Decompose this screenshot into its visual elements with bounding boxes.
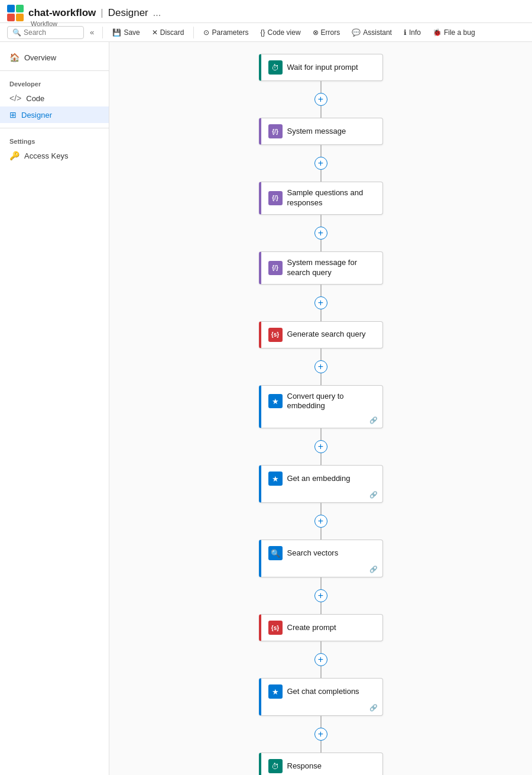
node-generate-search-container: {s} Generate search query	[259, 321, 383, 348]
connector-3: +	[314, 215, 327, 251]
node-response[interactable]: ⏱ Response	[259, 753, 383, 775]
line-4	[320, 285, 322, 296]
node-system-search[interactable]: {/} System message for search query	[259, 251, 383, 285]
node-convert-embedding[interactable]: ★ Convert query to embedding 🔗	[259, 385, 383, 429]
plus-6[interactable]: +	[314, 440, 327, 453]
workflow-diagram: ⏱ Wait for input prompt + {/} System mes…	[121, 54, 520, 775]
designer-icon: ⊞	[9, 110, 17, 120]
assistant-button[interactable]: 💬 Assistant	[347, 26, 397, 39]
plus-3[interactable]: +	[314, 227, 327, 240]
key-icon: 🔑	[9, 151, 20, 160]
node-sample-questions[interactable]: {/} Sample questions and responses	[259, 182, 383, 215]
bug-icon: 🐞	[433, 28, 442, 37]
node-system-search-container: {/} System message for search query	[259, 251, 383, 285]
line-9	[320, 641, 322, 653]
errors-icon: ⊗	[313, 28, 319, 37]
plus-4[interactable]: +	[314, 296, 327, 309]
node-wait-input-container: ⏱ Wait for input prompt	[259, 54, 383, 81]
connector-2: +	[314, 145, 327, 182]
discard-icon: ✕	[152, 28, 158, 37]
node-label-system: System message	[287, 127, 346, 137]
discard-button[interactable]: ✕ Discard	[147, 26, 189, 39]
sidebar-item-access-keys[interactable]: 🔑 Access Keys	[0, 147, 109, 164]
settings-category: Settings	[0, 133, 109, 147]
line-5b	[320, 373, 322, 385]
node-icon-get-chat: ★	[268, 684, 283, 699]
line-1	[320, 81, 322, 93]
connector-6: +	[314, 428, 327, 465]
sidebar-item-designer[interactable]: ⊞ Designer	[0, 106, 109, 123]
plus-8[interactable]: +	[314, 589, 327, 602]
line-2	[320, 145, 322, 157]
parameters-icon: ⊙	[203, 28, 209, 37]
plus-9[interactable]: +	[314, 653, 327, 666]
node-get-embedding[interactable]: ★ Get an embedding 🔗	[259, 465, 383, 503]
node-wait-input[interactable]: ⏱ Wait for input prompt	[259, 54, 383, 81]
node-generate-search[interactable]: {s} Generate search query	[259, 321, 383, 348]
node-search-vectors-container: 🔍 Search vectors 🔗	[259, 540, 383, 577]
overview-icon: 🏠	[9, 53, 20, 62]
collapse-button[interactable]: «	[86, 25, 98, 39]
node-response-container: ⏱ Response	[259, 753, 383, 775]
app-subtitle: Designer	[108, 7, 148, 19]
plus-7[interactable]: +	[314, 515, 327, 528]
separator-1	[102, 27, 103, 38]
plus-1[interactable]: +	[314, 93, 327, 106]
workflow-canvas: ⏱ Wait for input prompt + {/} System mes…	[109, 42, 532, 775]
connector-1: +	[314, 81, 327, 118]
sidebar-divider-2	[0, 128, 109, 128]
node-label-get-chat: Get chat completions	[287, 687, 359, 697]
plus-10[interactable]: +	[314, 728, 327, 741]
file-bug-button[interactable]: 🐞 File a bug	[428, 26, 480, 39]
line-8b	[320, 602, 322, 614]
node-system-message-container: {/} System message	[259, 118, 383, 145]
plus-5[interactable]: +	[314, 360, 327, 373]
app-title: chat-workflow	[28, 7, 96, 19]
node-icon-create-prompt: {s}	[268, 621, 283, 635]
line-7	[320, 503, 322, 515]
search-input[interactable]	[24, 28, 71, 37]
sidebar-item-overview[interactable]: 🏠 Overview	[0, 49, 109, 66]
line-2b	[320, 170, 322, 182]
link-icon-convert: 🔗	[369, 416, 378, 424]
parameters-button[interactable]: ⊙ Parameters	[199, 26, 253, 39]
node-icon-search-vectors: 🔍	[268, 546, 283, 560]
line-3	[320, 215, 322, 227]
node-create-prompt-container: {s} Create prompt	[259, 614, 383, 641]
save-button[interactable]: 💾 Save	[108, 26, 144, 39]
line-10b	[320, 741, 322, 753]
sidebar-divider-1	[0, 70, 109, 71]
connector-8: +	[314, 577, 327, 614]
link-icon-get-chat: 🔗	[369, 704, 378, 712]
sidebar: 🏠 Overview Developer </> Code ⊞ Designer…	[0, 42, 109, 775]
node-icon-system-search: {/}	[268, 261, 283, 275]
search-box[interactable]: 🔍	[7, 26, 84, 39]
node-icon-response: ⏱	[268, 759, 283, 773]
code-view-button[interactable]: {} Code view	[256, 26, 306, 39]
node-create-prompt[interactable]: {s} Create prompt	[259, 614, 383, 641]
line-3b	[320, 240, 322, 251]
node-icon-get-embedding: ★	[268, 472, 283, 486]
node-label-system-search: System message for search query	[287, 258, 375, 278]
line-8	[320, 577, 322, 589]
node-search-vectors[interactable]: 🔍 Search vectors 🔗	[259, 540, 383, 577]
plus-2[interactable]: +	[314, 157, 327, 170]
developer-category: Developer	[0, 76, 109, 90]
node-label-convert: Convert query to embedding	[287, 392, 375, 412]
line-10	[320, 716, 322, 728]
link-icon-embedding: 🔗	[369, 491, 378, 499]
line-5	[320, 348, 322, 360]
save-icon: 💾	[112, 28, 121, 37]
node-sample-container: {/} Sample questions and responses	[259, 182, 383, 215]
sidebar-item-code[interactable]: </> Code	[0, 90, 109, 106]
node-label-wait: Wait for input prompt	[287, 63, 358, 73]
node-label-sample: Sample questions and responses	[287, 188, 375, 208]
info-button[interactable]: ℹ Info	[399, 26, 426, 39]
errors-button[interactable]: ⊗ Errors	[308, 26, 345, 39]
node-convert-embedding-container: ★ Convert query to embedding 🔗	[259, 385, 383, 429]
info-icon: ℹ	[404, 28, 407, 37]
app-ellipsis[interactable]: ...	[153, 8, 161, 18]
node-get-chat[interactable]: ★ Get chat completions 🔗	[259, 678, 383, 716]
node-icon-sample: {/}	[268, 191, 283, 205]
node-system-message[interactable]: {/} System message	[259, 118, 383, 145]
